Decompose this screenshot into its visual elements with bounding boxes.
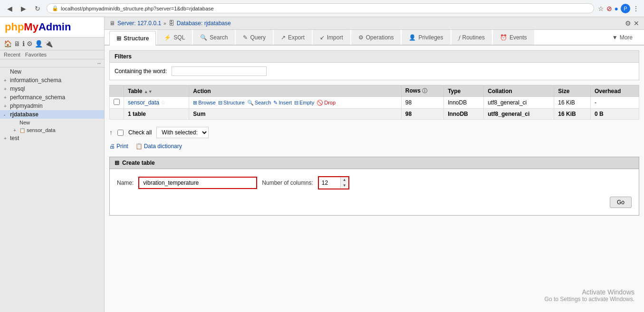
- insert-link[interactable]: ✎ Insert: [273, 100, 292, 106]
- row-actions: ⊞ Browse ⊟ Structure 🔍: [189, 97, 402, 109]
- user-icon[interactable]: 👤: [35, 40, 43, 47]
- sidebar-item-sensor-data-label: sensor_data: [27, 127, 56, 133]
- nav-refresh-button[interactable]: ↻: [32, 4, 43, 13]
- breadcrumb-bar: 🖥 Server: 127.0.0.1 » 🗄 Database: rjdata…: [105, 17, 644, 30]
- events-tab-icon: ⏰: [500, 34, 507, 41]
- th-table[interactable]: Table ▲▼: [124, 85, 189, 97]
- main-content: 🖥 Server: 127.0.0.1 » 🗄 Database: rjdata…: [105, 17, 644, 312]
- filter-input[interactable]: [172, 66, 267, 76]
- tab-sql[interactable]: ⚡ SQL: [157, 30, 192, 45]
- table-name-input[interactable]: [138, 177, 257, 189]
- sidebar-collapse-btn[interactable]: ↔: [0, 59, 104, 67]
- sum-collation: utf8_general_ci: [484, 109, 554, 120]
- sidebar-item-new[interactable]: New: [0, 67, 104, 76]
- data-dictionary-icon: 📋: [135, 143, 143, 150]
- go-button[interactable]: Go: [610, 197, 632, 208]
- activate-windows-title: Activate Windows: [545, 288, 634, 296]
- bookmark-button[interactable]: ☆: [598, 5, 604, 12]
- tab-routines[interactable]: 𝑓 Routines: [452, 30, 492, 45]
- back-button[interactable]: ↑: [109, 129, 113, 136]
- sidebar-item-test[interactable]: + test: [0, 134, 104, 142]
- breadcrumb-settings-icon[interactable]: ⚙: [625, 19, 631, 27]
- ext1-button[interactable]: ⊘: [606, 5, 612, 12]
- home-icon[interactable]: 🏠: [4, 40, 12, 47]
- sensor-data-icon: 📋: [19, 128, 25, 133]
- breadcrumb-database[interactable]: Database: rjdatabase: [177, 20, 231, 27]
- tab-structure[interactable]: ⊞ Structure: [109, 31, 156, 46]
- with-selected-dropdown[interactable]: With selected: Drop Empty: [156, 127, 209, 138]
- sidebar-item-mysql[interactable]: + mysql: [0, 85, 104, 93]
- settings-icon[interactable]: ⚙: [27, 40, 33, 47]
- url-bar[interactable]: 🔒 localhost/phpmyadmin/db_structure.php?…: [47, 3, 594, 13]
- menu-button[interactable]: ⋮: [633, 5, 639, 12]
- tab-routines-label: Routines: [462, 34, 485, 41]
- check-all-checkbox[interactable]: [117, 130, 124, 136]
- check-all-label: Check all: [128, 129, 152, 136]
- tab-events[interactable]: ⏰ Events: [493, 30, 534, 45]
- tab-import[interactable]: ↙ Import: [313, 30, 350, 45]
- nav-back-button[interactable]: ◀: [5, 4, 15, 13]
- breadcrumb-server[interactable]: Server: 127.0.0.1: [117, 20, 161, 27]
- sort-arrows-table: ▲▼: [144, 89, 153, 94]
- insert-label: Insert: [279, 100, 292, 105]
- recent-link[interactable]: Recent: [4, 52, 20, 57]
- filters-header[interactable]: Filters: [110, 51, 639, 63]
- table-name-link[interactable]: sensor_data: [128, 99, 159, 106]
- structure-link[interactable]: ⊟ Structure: [218, 100, 245, 106]
- dict-links: 🖨 Print 📋 Data dictionary: [109, 141, 639, 152]
- logo: phpMyAdmin: [5, 21, 71, 33]
- tab-structure-label: Structure: [124, 35, 149, 42]
- th-collation: Collation: [484, 85, 554, 97]
- breadcrumb-close-icon[interactable]: ✕: [634, 19, 639, 27]
- columns-spinner: ▲ ▼: [340, 177, 348, 189]
- sidebar-item-sensor-data[interactable]: + 📋 sensor_data: [10, 126, 104, 134]
- tab-more[interactable]: ▼ More: [606, 30, 639, 45]
- tab-privileges[interactable]: 👤 Privileges: [402, 30, 450, 45]
- tab-export[interactable]: ↗ Export: [274, 30, 312, 45]
- server-icon[interactable]: 🖥: [14, 40, 20, 47]
- drop-link[interactable]: 🚫 Drop: [317, 100, 336, 106]
- sidebar-item-rjdatabase[interactable]: - rjdatabase: [0, 110, 104, 119]
- activate-windows: Activate Windows Go to Settings to activ…: [545, 288, 634, 303]
- info-icon[interactable]: ℹ: [22, 40, 25, 47]
- browse-icon: ⊞: [193, 100, 197, 106]
- browse-link[interactable]: ⊞ Browse: [193, 100, 216, 106]
- row-checkbox[interactable]: [114, 99, 120, 105]
- nav-forward-button[interactable]: ▶: [19, 4, 29, 13]
- rows-info-icon[interactable]: ⓘ: [422, 88, 427, 94]
- sum-type: InnoDB: [444, 109, 484, 120]
- empty-label: Empty: [299, 100, 314, 105]
- row-type: InnoDB: [444, 97, 484, 109]
- print-icon: 🖨: [109, 143, 115, 150]
- favorites-link[interactable]: Favorites: [25, 52, 47, 57]
- print-link[interactable]: 🖨 Print: [109, 143, 128, 150]
- search-link[interactable]: 🔍 Search: [247, 100, 271, 106]
- filters-box: Filters Containing the word:: [109, 50, 639, 80]
- plugin-icon[interactable]: 🔌: [45, 40, 53, 47]
- star-icon[interactable]: ☆: [161, 99, 166, 106]
- spinner-up-button[interactable]: ▲: [341, 177, 348, 183]
- tab-query[interactable]: ✎ Query: [236, 30, 273, 45]
- collapse-icon[interactable]: ↔: [96, 60, 102, 66]
- create-table-box: ⊞ Create table Name: Number of columns: …: [109, 157, 639, 216]
- create-table-header-icon: ⊞: [115, 160, 119, 166]
- data-dictionary-link[interactable]: 📋 Data dictionary: [135, 143, 182, 150]
- spinner-down-button[interactable]: ▼: [341, 183, 348, 189]
- th-size-label: Size: [558, 88, 569, 95]
- ext2-button[interactable]: ●: [615, 5, 618, 12]
- sidebar-item-information-schema-label: information_schema: [10, 77, 61, 84]
- sidebar-item-information-schema[interactable]: + information_schema: [0, 76, 104, 85]
- sidebar-item-performance-schema[interactable]: + performance_schema: [0, 93, 104, 102]
- empty-link[interactable]: ⊟ Empty: [294, 100, 314, 106]
- breadcrumb-arrow1: »: [163, 21, 166, 26]
- sidebar-item-performance-schema-label: performance_schema: [10, 94, 65, 101]
- tab-search[interactable]: 🔍 Search: [193, 30, 235, 45]
- row-overhead: -: [590, 97, 639, 109]
- app-container: phpMyAdmin 🏠 🖥 ℹ ⚙ 👤 🔌 Recent Favorites …: [0, 17, 644, 312]
- sidebar-item-phpmyadmin[interactable]: + phpmyadmin: [0, 102, 104, 110]
- tab-operations[interactable]: ⚙ Operations: [351, 30, 401, 45]
- profile-button[interactable]: P: [621, 4, 630, 13]
- name-label: Name:: [117, 180, 134, 186]
- sidebar-item-rj-new[interactable]: New: [10, 119, 104, 126]
- columns-input[interactable]: [319, 178, 340, 188]
